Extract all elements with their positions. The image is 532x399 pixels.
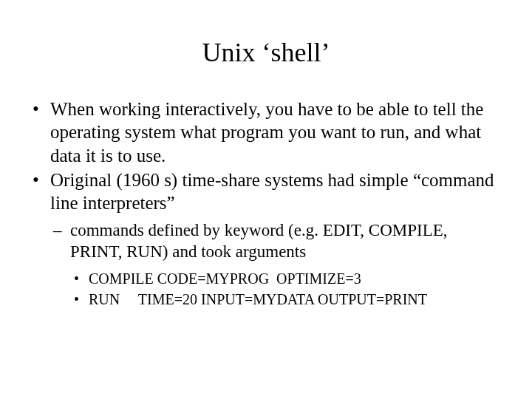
slide-title: Unix ‘shell’ [30, 37, 502, 68]
sub-bullet-item: commands defined by keyword (e.g. EDIT, … [30, 220, 502, 263]
sub-bullet-list: commands defined by keyword (e.g. EDIT, … [30, 220, 502, 263]
sub-sub-bullet-item: RUN TIME=20 INPUT=MYDATA OUTPUT=PRINT [30, 290, 502, 309]
bullet-list: When working interactively, you have to … [30, 98, 502, 214]
sub-sub-bullet-item: COMPILE CODE=MYPROG OPTIMIZE=3 [30, 269, 502, 288]
bullet-item: When working interactively, you have to … [30, 98, 502, 167]
bullet-item: Original (1960 s) time-share systems had… [30, 168, 502, 215]
sub-sub-bullet-list: COMPILE CODE=MYPROG OPTIMIZE=3 RUN TIME=… [30, 269, 502, 309]
